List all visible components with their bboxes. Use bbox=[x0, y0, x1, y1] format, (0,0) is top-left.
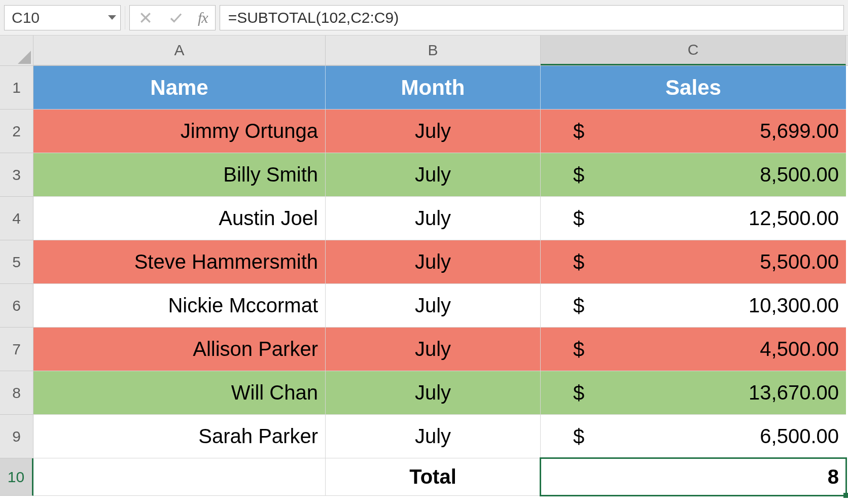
table-row: 5 Steve Hammersmith July $5,500.00 bbox=[0, 240, 848, 284]
cell[interactable]: $12,500.00 bbox=[541, 197, 846, 240]
row-header[interactable]: 8 bbox=[0, 371, 33, 415]
cell[interactable]: July bbox=[326, 240, 541, 284]
row-header[interactable]: 4 bbox=[0, 197, 33, 240]
cell[interactable]: $8,500.00 bbox=[541, 153, 846, 197]
cell[interactable]: $4,500.00 bbox=[541, 328, 846, 371]
cell[interactable]: Allison Parker bbox=[33, 328, 326, 371]
cell[interactable]: Will Chan bbox=[33, 371, 326, 415]
cell[interactable]: July bbox=[326, 284, 541, 328]
cancel-icon bbox=[137, 9, 154, 26]
spreadsheet-grid[interactable]: A B C 1 Name Month Sales 2 Jimmy Ortunga… bbox=[0, 35, 848, 504]
cell[interactable]: $5,699.00 bbox=[541, 110, 846, 153]
cell[interactable]: July bbox=[326, 153, 541, 197]
table-row: 6 Nickie Mccormat July $10,300.00 bbox=[0, 284, 848, 328]
row-header[interactable]: 7 bbox=[0, 328, 33, 371]
cell[interactable]: $10,300.00 bbox=[541, 284, 846, 328]
cell[interactable]: Jimmy Ortunga bbox=[33, 110, 326, 153]
select-all-corner[interactable] bbox=[0, 35, 33, 66]
formula-controls: fx bbox=[129, 5, 216, 30]
row-header[interactable]: 2 bbox=[0, 110, 33, 153]
table-total-row: 10 Total 8 bbox=[0, 458, 848, 496]
cell[interactable]: July bbox=[326, 197, 541, 240]
cell[interactable]: Sales bbox=[541, 66, 846, 110]
cell[interactable]: Month bbox=[326, 66, 541, 110]
cell[interactable]: Austin Joel bbox=[33, 197, 326, 240]
cell[interactable]: Billy Smith bbox=[33, 153, 326, 197]
cell[interactable]: $13,670.00 bbox=[541, 371, 846, 415]
row-header[interactable]: 3 bbox=[0, 153, 33, 197]
cell[interactable]: Total bbox=[326, 458, 541, 496]
name-box-text: C10 bbox=[12, 9, 40, 26]
cell[interactable]: Nickie Mccormat bbox=[33, 284, 326, 328]
row-header[interactable]: 1 bbox=[0, 66, 33, 110]
cell[interactable] bbox=[33, 458, 326, 496]
grid-rows: 1 Name Month Sales 2 Jimmy Ortunga July … bbox=[0, 66, 848, 504]
cell[interactable]: Steve Hammersmith bbox=[33, 240, 326, 284]
table-row: 8 Will Chan July $13,670.00 bbox=[0, 371, 848, 415]
name-box[interactable]: C10 bbox=[4, 5, 121, 30]
row-header[interactable]: 10 bbox=[0, 458, 33, 496]
cell[interactable]: July bbox=[326, 110, 541, 153]
formula-bar: C10 fx bbox=[0, 0, 848, 35]
table-row: 1 Name Month Sales bbox=[0, 66, 848, 110]
row-header[interactable]: 5 bbox=[0, 240, 33, 284]
cell[interactable]: $5,500.00 bbox=[541, 240, 846, 284]
excel-window: C10 fx A B C 1 Name bbox=[0, 0, 848, 504]
caret-down-icon[interactable] bbox=[108, 15, 116, 20]
row-header[interactable]: 9 bbox=[0, 415, 33, 458]
table-row: 2 Jimmy Ortunga July $5,699.00 bbox=[0, 110, 848, 153]
table-row: 9 Sarah Parker July $6,500.00 bbox=[0, 415, 848, 458]
cell[interactable]: July bbox=[326, 415, 541, 458]
table-row: 7 Allison Parker July $4,500.00 bbox=[0, 328, 848, 371]
cell-value: 8 bbox=[828, 465, 839, 488]
formula-input[interactable] bbox=[227, 9, 836, 27]
cell[interactable]: Sarah Parker bbox=[33, 415, 326, 458]
cell[interactable]: July bbox=[326, 371, 541, 415]
cell[interactable]: Name bbox=[33, 66, 326, 110]
col-header-b[interactable]: B bbox=[326, 35, 541, 65]
fx-icon[interactable]: fx bbox=[198, 9, 208, 26]
select-all-icon bbox=[18, 51, 31, 64]
active-cell[interactable]: 8 bbox=[541, 458, 846, 496]
col-header-a[interactable]: A bbox=[33, 35, 326, 65]
enter-icon bbox=[167, 9, 185, 26]
formula-input-wrap[interactable] bbox=[220, 5, 844, 30]
fill-handle-icon[interactable] bbox=[843, 493, 848, 498]
cell[interactable]: $6,500.00 bbox=[541, 415, 846, 458]
cell[interactable]: July bbox=[326, 328, 541, 371]
row-header[interactable]: 6 bbox=[0, 284, 33, 328]
table-row: 3 Billy Smith July $8,500.00 bbox=[0, 153, 848, 197]
column-headers: A B C bbox=[0, 35, 848, 66]
separator bbox=[125, 6, 125, 29]
table-row: 4 Austin Joel July $12,500.00 bbox=[0, 197, 848, 240]
col-header-c[interactable]: C bbox=[541, 35, 846, 65]
